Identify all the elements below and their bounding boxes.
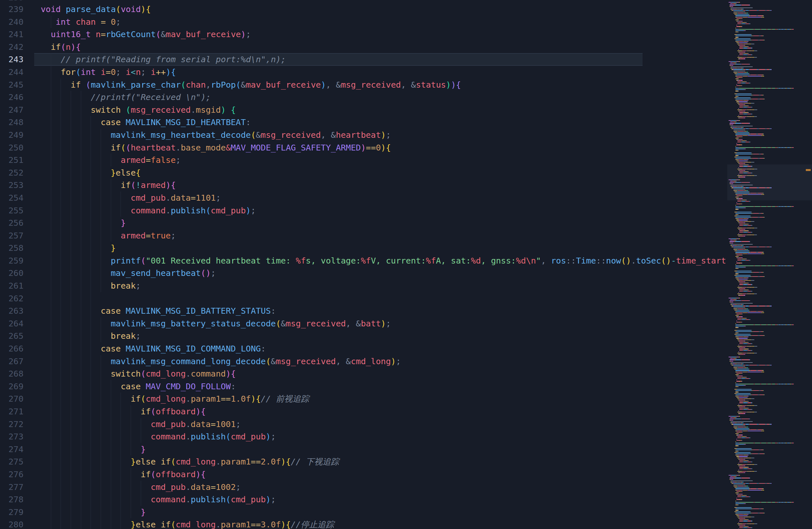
code-line[interactable]: 239void parse_data(void){ — [0, 3, 727, 16]
code-line[interactable]: 257armed=true; — [0, 229, 727, 242]
line-number: 257 — [0, 229, 34, 242]
code-token: MAVLINK_MSG_ID_COMMAND_LONG — [126, 344, 261, 353]
line-number: 252 — [0, 166, 34, 179]
code-line[interactable]: 251armed=false; — [0, 154, 727, 166]
code-line[interactable]: 279} — [0, 506, 727, 518]
minimap-line — [729, 291, 794, 292]
code-line[interactable]: 253if(!armed){ — [0, 179, 727, 192]
code-token: mavlink_msg_command_long_decode — [111, 356, 266, 366]
code-token: 1001 — [216, 419, 236, 429]
code-token: offboard — [156, 469, 196, 479]
gutter: 262 — [0, 292, 34, 305]
code-line[interactable]: 256} — [0, 217, 727, 229]
code-line[interactable]: 262 — [0, 292, 727, 305]
code-line[interactable]: 277cmd_pub.data=1002; — [0, 481, 727, 494]
minimap-line — [729, 13, 794, 13]
code-line[interactable]: 243// printf("Reading from serial port:%… — [0, 53, 727, 66]
minimap-line — [729, 303, 794, 304]
code-line[interactable]: 238 — [0, 0, 727, 3]
code-token: ( — [76, 67, 81, 77]
code-line[interactable]: 258} — [0, 242, 727, 254]
code-token: break — [111, 281, 136, 291]
minimap-line — [729, 82, 794, 82]
code-line[interactable]: 280}else if(cmd_long.param1==3.0f){//停止追… — [0, 518, 727, 529]
code-line[interactable]: 255command.publish(cmd_pub); — [0, 204, 727, 217]
code-token: = — [146, 155, 150, 165]
code-line[interactable]: 261break; — [0, 279, 727, 292]
minimap-slider[interactable] — [727, 164, 812, 200]
code-line[interactable]: 276if(offboard){ — [0, 468, 727, 481]
code-line[interactable]: 250if((heartbeat.base_mode&MAV_MODE_FLAG… — [0, 141, 727, 154]
minimap-line — [729, 77, 794, 78]
code-line[interactable]: 247switch (msg_received.msgid) { — [0, 104, 727, 116]
code-line[interactable]: 246//printf("Received \n"); — [0, 91, 727, 104]
minimap-line — [729, 216, 794, 216]
code-line[interactable]: 254cmd_pub.data=1101; — [0, 192, 727, 204]
code-line[interactable]: 248case MAVLINK_MSG_ID_HEARTBEAT: — [0, 116, 727, 129]
code-token: } — [131, 519, 135, 529]
minimap-line — [729, 84, 794, 85]
code-token: - — [671, 256, 676, 265]
code-token: . — [166, 206, 171, 215]
code-token: heartbeat — [336, 130, 381, 140]
line-number: 280 — [0, 518, 34, 529]
line-number: 259 — [0, 254, 34, 267]
code-area[interactable]: 238239void parse_data(void){240int chan … — [0, 0, 727, 529]
code-line[interactable]: 275}else if(cmd_long.param1==2.0f){// 下视… — [0, 455, 727, 468]
code-line[interactable]: 266case MAVLINK_MSG_ID_COMMAND_LONG: — [0, 342, 727, 355]
code-line[interactable]: 252}else{ — [0, 166, 727, 179]
code-token: < — [131, 67, 135, 77]
code-line[interactable]: 272cmd_pub.data=1001; — [0, 418, 727, 431]
code-token: } — [111, 168, 116, 178]
minimap-content — [729, 1, 794, 529]
code-line[interactable]: 274} — [0, 443, 727, 456]
code-token: = — [101, 29, 105, 39]
code-line[interactable]: 278command.publish(cmd_pub); — [0, 493, 727, 506]
minimap-line — [729, 40, 794, 40]
code-token: chan — [76, 17, 101, 27]
code-line[interactable]: 245if (mavlink_parse_char(chan,rbPop(&ma… — [0, 78, 727, 91]
minimap[interactable] — [727, 0, 812, 529]
code-token: } — [141, 507, 146, 517]
minimap-line — [729, 327, 794, 328]
code-line[interactable]: 260mav_send_heartbeat(); — [0, 267, 727, 279]
line-number: 271 — [0, 405, 34, 418]
code-line[interactable]: 242if(n){ — [0, 41, 727, 54]
code-line[interactable]: 259printf("001 Received heartbeat time: … — [0, 254, 727, 267]
code-token: void — [121, 4, 141, 14]
line-number: 267 — [0, 355, 34, 368]
code-line[interactable]: 271if(offboard){ — [0, 405, 727, 418]
code-token: . — [186, 495, 191, 504]
minimap-line — [729, 124, 794, 125]
code-token: param1 — [191, 394, 221, 403]
code-line[interactable]: 273command.publish(cmd_pub); — [0, 430, 727, 443]
code-token: ) — [361, 143, 366, 152]
code-line[interactable]: 240int chan = 0; — [0, 16, 727, 28]
code-line[interactable]: 270if(cmd_long.param1==1.0f){// 前视追踪 — [0, 393, 727, 405]
code-line[interactable]: 244for(int i=0; i<n; i++){ — [0, 66, 727, 78]
code-token: ( — [181, 80, 186, 90]
code-line[interactable]: 265break; — [0, 330, 727, 342]
minimap-line — [729, 519, 794, 520]
scrollbar[interactable] — [805, 0, 812, 529]
minimap-line — [729, 424, 794, 424]
minimap-line — [729, 503, 794, 504]
code-line[interactable]: 267mavlink_msg_command_long_decode(&msg_… — [0, 355, 727, 368]
line-number: 263 — [0, 305, 34, 317]
minimap-line — [729, 349, 794, 349]
minimap-line — [729, 278, 794, 278]
code-line[interactable]: 241uint16_t n=rbGetCount(&mav_buf_receiv… — [0, 28, 727, 41]
minimap-line — [729, 290, 794, 290]
minimap-line — [729, 440, 794, 441]
code-line[interactable]: 264mavlink_msg_battery_status_decode(&ms… — [0, 317, 727, 330]
line-number: 240 — [0, 16, 34, 28]
code-line[interactable]: 269case MAV_CMD_DO_FOLLOW: — [0, 380, 727, 393]
code-token: ; — [171, 231, 176, 240]
code-line[interactable]: 263case MAVLINK_MSG_ID_BATTERY_STATUS: — [0, 305, 727, 317]
code-line[interactable]: 268switch(cmd_long.command){ — [0, 367, 727, 380]
code-token: cmd_pub — [131, 193, 165, 203]
minimap-line — [729, 252, 794, 252]
code-line[interactable]: 249mavlink_msg_heartbeat_decode(&msg_rec… — [0, 129, 727, 141]
code-token: // printf("Reading from serial port:%d\n… — [61, 54, 286, 64]
minimap-line — [729, 484, 794, 485]
